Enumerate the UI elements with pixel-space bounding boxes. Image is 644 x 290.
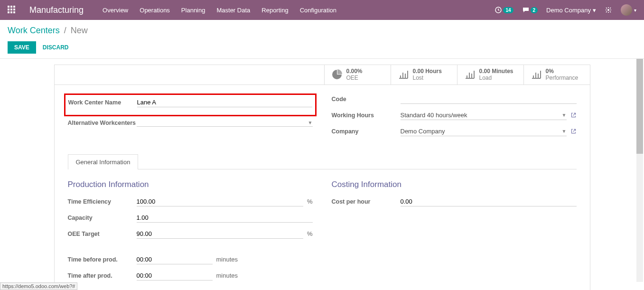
company-selector[interactable]: Demo Company ▾ <box>546 7 596 14</box>
time-after-unit: minutes <box>216 272 238 279</box>
clock-icon <box>495 6 502 14</box>
field-capacity: Capacity <box>68 212 313 224</box>
form-sheet: 0.00% OEE 0.00 Hours Lost 0.00 Minutes L… <box>54 65 590 290</box>
chevron-down-icon: ▼ <box>562 112 567 118</box>
company-value: Demo Company <box>401 128 445 135</box>
costing-title: Costing Information <box>332 180 577 189</box>
user-menu[interactable]: ▾ <box>621 4 636 16</box>
avatar <box>621 4 632 16</box>
nav-configuration[interactable]: Configuration <box>300 7 336 14</box>
external-link-icon[interactable] <box>570 112 577 118</box>
bar-icon <box>398 69 409 80</box>
messages-button[interactable]: 2 <box>522 6 538 14</box>
activities-count: 14 <box>503 7 513 13</box>
field-company: Company Demo Company ▼ <box>332 126 577 137</box>
scroll-thumb[interactable] <box>636 59 643 154</box>
debug-icon[interactable] <box>605 6 612 14</box>
field-work-center-name: Work Center Name <box>68 97 312 108</box>
field-code: Code <box>332 94 577 105</box>
time-efficiency-unit: % <box>307 198 313 205</box>
stat-label: OEE <box>346 75 363 81</box>
button-row: SAVE DISCARD <box>8 41 636 58</box>
breadcrumb-current: New <box>71 26 88 35</box>
work-center-name-input[interactable] <box>137 98 312 107</box>
external-link-icon[interactable] <box>570 128 577 134</box>
time-before-label: Time before prod. <box>68 256 137 263</box>
stat-label: Performance <box>546 75 579 81</box>
field-working-hours: Working Hours Standard 40 hours/week ▼ <box>332 110 577 121</box>
working-hours-value: Standard 40 hours/week <box>401 112 467 119</box>
chevron-down-icon: ▼ <box>308 120 313 125</box>
stat-lost[interactable]: 0.00 Hours Lost <box>391 65 457 84</box>
field-time-before: Time before prod. minutes <box>68 254 313 265</box>
production-col: Production Information Time Efficiency %… <box>68 169 313 286</box>
code-input[interactable] <box>401 94 577 104</box>
alt-workcenters-select[interactable]: ▼ <box>137 119 313 127</box>
capacity-input[interactable] <box>137 213 313 223</box>
breadcrumb: Work Centers / New <box>8 26 636 36</box>
breadcrumb-parent[interactable]: Work Centers <box>8 26 60 35</box>
working-hours-select[interactable]: Standard 40 hours/week ▼ <box>401 111 567 120</box>
activities-button[interactable]: 14 <box>495 6 513 14</box>
costing-col: Costing Information Cost per hour <box>332 169 577 286</box>
nav-operations[interactable]: Operations <box>140 7 170 14</box>
apps-icon[interactable] <box>8 6 16 14</box>
highlight-box: Work Center Name <box>64 94 317 116</box>
oee-target-input[interactable] <box>137 229 303 239</box>
discard-button[interactable]: DISCARD <box>43 44 69 51</box>
save-button[interactable]: SAVE <box>8 41 36 54</box>
nav-right: 14 2 Demo Company ▾ ▾ <box>495 4 636 16</box>
company-label: Company <box>332 128 401 135</box>
bar-icon <box>531 69 542 80</box>
stat-value: 0.00% <box>346 68 363 75</box>
nav-reporting[interactable]: Reporting <box>261 7 288 14</box>
breadcrumb-sep: / <box>64 26 66 35</box>
tab-content: Production Information Time Efficiency %… <box>68 169 577 286</box>
capacity-label: Capacity <box>68 215 137 221</box>
chevron-down-icon: ▾ <box>593 7 596 14</box>
company-select[interactable]: Demo Company ▼ <box>401 127 567 136</box>
messages-count: 2 <box>531 7 538 13</box>
nav-master-data[interactable]: Master Data <box>216 7 250 14</box>
cost-per-hour-label: Cost per hour <box>332 198 401 205</box>
working-hours-label: Working Hours <box>332 112 401 119</box>
time-before-input[interactable] <box>137 255 213 264</box>
time-before-unit: minutes <box>216 256 238 263</box>
stat-value: 0.00 Minutes <box>479 68 513 75</box>
scrollbar[interactable] <box>636 59 643 282</box>
field-time-efficiency: Time Efficiency % <box>68 196 313 207</box>
bar-icon <box>464 69 476 80</box>
stat-oee[interactable]: 0.00% OEE <box>324 65 391 84</box>
oee-target-label: OEE Target <box>68 231 137 237</box>
field-time-after: Time after prod. minutes <box>68 270 313 281</box>
time-efficiency-input[interactable] <box>137 197 303 206</box>
field-oee-target: OEE Target % <box>68 228 313 240</box>
left-col: Work Center Name Alternative Workcenters… <box>68 94 313 142</box>
sheet-body: Work Center Name Alternative Workcenters… <box>55 85 590 290</box>
work-center-name-label: Work Center Name <box>68 99 137 106</box>
time-efficiency-label: Time Efficiency <box>68 198 137 205</box>
stat-value: 0.00 Hours <box>413 68 442 75</box>
right-col: Code Working Hours Standard 40 hours/wee… <box>332 94 577 142</box>
cost-per-hour-input[interactable] <box>401 197 577 206</box>
stat-value: 0% <box>546 68 579 75</box>
tabs: General Information <box>68 154 577 169</box>
stat-load[interactable]: 0.00 Minutes Load <box>457 65 523 84</box>
chevron-down-icon: ▼ <box>562 129 567 134</box>
content-wrap: 0.00% OEE 0.00 Hours Lost 0.00 Minutes L… <box>0 59 644 290</box>
nav-overview[interactable]: Overview <box>103 7 128 14</box>
tab-general-information[interactable]: General Information <box>68 154 139 169</box>
time-after-label: Time after prod. <box>68 272 137 279</box>
production-title: Production Information <box>68 180 313 189</box>
chat-icon <box>522 6 530 14</box>
top-fields: Work Center Name Alternative Workcenters… <box>68 94 577 142</box>
chevron-down-icon: ▾ <box>634 8 636 13</box>
oee-target-unit: % <box>307 230 313 237</box>
svg-point-1 <box>607 9 609 11</box>
status-url: https://demo5.odoo.com/web?# <box>0 282 77 290</box>
app-title: Manufacturing <box>29 5 84 15</box>
nav-planning[interactable]: Planning <box>181 7 205 14</box>
top-nav: Manufacturing Overview Operations Planni… <box>0 0 644 20</box>
stat-performance[interactable]: 0% Performance <box>523 65 590 84</box>
time-after-input[interactable] <box>137 271 213 281</box>
